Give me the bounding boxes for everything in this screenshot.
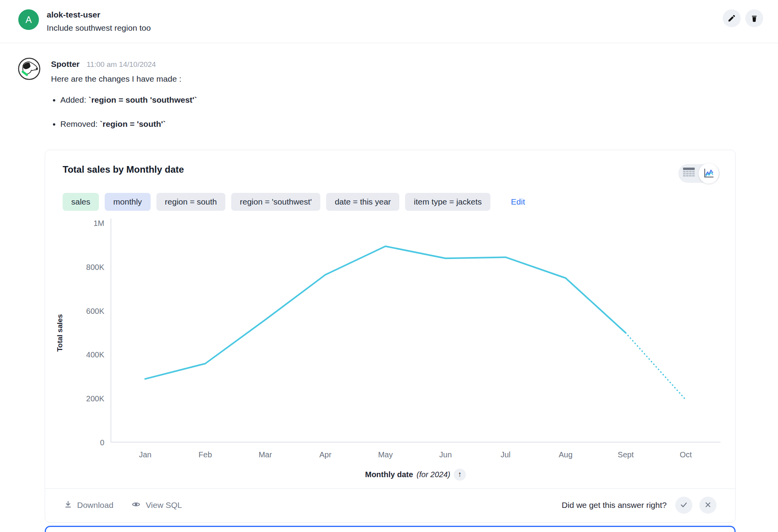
- download-button[interactable]: Download: [64, 500, 113, 511]
- x-tick-label: Jan: [139, 450, 151, 459]
- username: alok-test-user: [47, 10, 151, 19]
- x-tick-label: Apr: [319, 450, 331, 459]
- assistant-intro-text: Here are the changes I have made :: [51, 74, 197, 84]
- sales-line-solid: [145, 246, 626, 379]
- plot-area: [111, 223, 720, 443]
- spotter-logo-icon: [18, 57, 41, 80]
- y-tick-label: 200K: [86, 394, 104, 403]
- table-icon: [683, 168, 695, 179]
- edit-query-link[interactable]: Edit: [511, 197, 525, 206]
- trash-icon: [750, 14, 759, 23]
- x-axis-ticks: JanFebMarAprMayJunJulAugSeptOct: [111, 448, 720, 466]
- x-axis-subtitle: (for 2024): [416, 470, 450, 479]
- sort-ascending-button[interactable]: ↑: [454, 469, 466, 481]
- x-tick-label: Feb: [198, 450, 212, 459]
- x-tick-label: Mar: [258, 450, 272, 459]
- code-snippet: `region = 'south'`: [100, 119, 166, 128]
- x-tick-label: Jun: [439, 450, 452, 459]
- avatar: A: [18, 9, 39, 30]
- y-tick-label: 1M: [93, 219, 104, 228]
- chart-title: Total sales by Monthly date: [63, 164, 184, 175]
- avatar-initial: A: [25, 14, 32, 25]
- y-tick-label: 0: [100, 438, 104, 447]
- code-snippet: `region = south 'southwest'`: [88, 95, 197, 104]
- token-monthly[interactable]: monthly: [105, 193, 151, 211]
- x-axis-title: Monthly date: [365, 470, 413, 479]
- pencil-icon: [727, 14, 736, 23]
- view-toggle: [678, 164, 720, 183]
- close-icon: [704, 501, 712, 510]
- change-item-added: Added: `region = south 'southwest'`: [60, 95, 197, 105]
- user-message-text: Include southwest region too: [47, 23, 151, 33]
- token-date-this-year[interactable]: date = this year: [326, 193, 399, 211]
- y-tick-label: 800K: [86, 262, 104, 271]
- x-tick-label: May: [378, 450, 393, 459]
- answer-wrong-button[interactable]: [699, 497, 717, 514]
- card-footer: Download View SQL Did we get this answer…: [45, 488, 735, 522]
- token-item-type-jackets[interactable]: item type = jackets: [405, 193, 490, 211]
- sales-line-dotted: [626, 333, 686, 400]
- x-tick-label: Aug: [559, 450, 573, 459]
- answer-correct-button[interactable]: [675, 497, 692, 514]
- delete-message-button[interactable]: [745, 9, 763, 27]
- token-region-southwest[interactable]: region = 'southwest': [231, 193, 320, 211]
- y-axis-title: Total sales: [56, 314, 64, 352]
- line-chart-icon: [703, 167, 715, 180]
- token-region-south[interactable]: region = south: [156, 193, 226, 211]
- eye-icon: [131, 500, 141, 511]
- edit-message-button[interactable]: [723, 9, 741, 27]
- y-tick-label: 600K: [86, 306, 104, 315]
- y-axis-ticks: 1M800K600K400K200K0: [75, 223, 111, 443]
- table-view-button[interactable]: [679, 164, 699, 183]
- user-message: A alok-test-user Include southwest regio…: [0, 0, 778, 33]
- x-tick-label: Oct: [680, 450, 692, 459]
- query-token-row: sales monthly region = south region = 's…: [45, 183, 735, 211]
- x-tick-label: Jul: [501, 450, 511, 459]
- token-sales[interactable]: sales: [63, 193, 99, 211]
- change-item-removed: Removed: `region = 'south'`: [60, 119, 197, 129]
- view-sql-button[interactable]: View SQL: [131, 500, 182, 511]
- change-list: Added: `region = south 'southwest'` Remo…: [60, 95, 197, 129]
- message-timestamp: 11:00 am 14/10/2024: [87, 60, 156, 69]
- check-icon: [680, 500, 688, 510]
- line-chart: Total sales 1M800K600K400K200K0 JanFebMa…: [45, 223, 735, 483]
- assistant-message: Spotter 11:00 am 14/10/2024 Here are the…: [0, 43, 778, 144]
- chart-view-button[interactable]: [699, 163, 719, 184]
- download-icon: [64, 500, 72, 511]
- y-tick-label: 400K: [86, 350, 104, 359]
- spotter-chat-page: A alok-test-user Include southwest regio…: [0, 0, 778, 532]
- answer-card: Total sales by Monthly date: [45, 150, 736, 523]
- chat-input-top-edge[interactable]: [45, 526, 736, 532]
- arrow-up-icon: ↑: [458, 470, 462, 479]
- x-tick-label: Sept: [618, 450, 634, 459]
- feedback-question: Did we get this answer right?: [562, 500, 667, 510]
- assistant-name: Spotter: [51, 60, 80, 69]
